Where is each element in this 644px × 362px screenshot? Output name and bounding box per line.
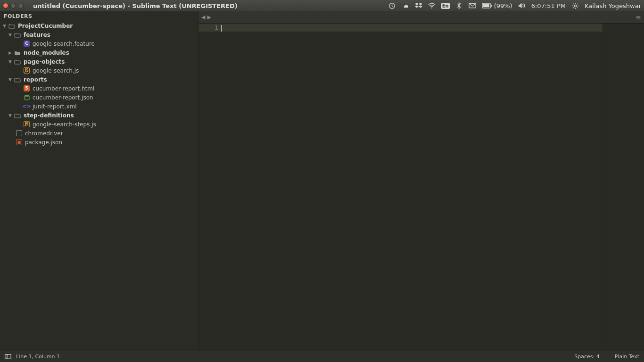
svg-rect-4 [483, 4, 489, 7]
code-area[interactable]: 1 [198, 24, 644, 351]
tree-label: cucumber-report.json [33, 94, 93, 101]
tab-menu-icon[interactable]: ≡ [636, 14, 641, 21]
window-controls [3, 3, 24, 8]
keyboard-layout-indicator[interactable]: En [441, 3, 450, 9]
window-title: untitled (Cucumber-space) - Sublime Text… [33, 2, 238, 9]
close-window-button[interactable] [3, 3, 8, 8]
editor-pane: ◀ ▶ ≡ 1 [198, 11, 644, 351]
tree-label: google-search-steps.js [33, 121, 96, 128]
bluetooth-icon[interactable] [455, 2, 463, 9]
clock-time[interactable]: 6:07:51 PM [531, 2, 566, 9]
title-bar: untitled (Cucumber-space) - Sublime Text… [0, 0, 644, 11]
tree-label: google-search.feature [33, 41, 95, 47]
volume-icon[interactable] [518, 2, 526, 9]
tree-folder-step-definitions[interactable]: ▼ step-definitions [0, 111, 198, 120]
tree-label: cucumber-report.html [33, 85, 94, 92]
mail-icon[interactable] [469, 2, 476, 9]
tree-file-html[interactable]: 5 cucumber-report.html [0, 84, 198, 93]
weather-icon[interactable] [402, 2, 409, 9]
folder-open-icon [8, 24, 15, 28]
tree-folder-features[interactable]: ▼ features [0, 30, 198, 39]
tree-file-feature[interactable]: C google-search.feature [0, 39, 198, 48]
folder-open-icon [14, 77, 21, 82]
tree-label: ProjectCucumber [18, 23, 73, 29]
code-text[interactable] [221, 24, 603, 351]
chevron-right-icon: ▶ [8, 50, 13, 55]
folder-open-icon [14, 113, 21, 118]
tree-label: google-search.js [33, 67, 79, 74]
cucumber-file-icon: C [24, 41, 30, 47]
tree-file-xml[interactable]: <> junit-report.xml [0, 102, 198, 111]
svg-point-1 [431, 7, 432, 8]
user-name[interactable]: Kailash Yogeshwar [585, 2, 641, 9]
tree-folder-page-objects[interactable]: ▼ page-objects [0, 57, 198, 66]
xml-file-icon: <> [24, 103, 30, 109]
nav-forward-icon[interactable]: ▶ [207, 14, 211, 20]
tree-label: features [24, 32, 50, 38]
tree-file-js[interactable]: JS google-search.js [0, 66, 198, 75]
chevron-down-icon: ▼ [8, 113, 13, 118]
sidebar-header: FOLDERS [0, 11, 198, 20]
svg-rect-8 [5, 354, 11, 359]
folder-icon [14, 50, 21, 55]
status-position[interactable]: Line 1, Column 1 [16, 354, 60, 360]
settings-gear-icon[interactable] [571, 2, 579, 9]
wifi-icon[interactable] [428, 2, 436, 9]
folder-open-icon [14, 33, 21, 37]
tab-strip: ◀ ▶ ≡ [198, 11, 644, 24]
clock-icon[interactable] [388, 2, 396, 9]
minimap[interactable] [603, 24, 644, 351]
tree-folder-project[interactable]: ▼ ProjectCucumber [0, 21, 198, 30]
svg-point-7 [25, 95, 29, 97]
status-indent[interactable]: Spaces: 4 [574, 354, 599, 360]
main-window: FOLDERS ▼ ProjectCucumber ▼ features C g… [0, 11, 644, 351]
maximize-window-button[interactable] [18, 3, 24, 8]
battery-indicator[interactable]: (99%) [482, 2, 512, 9]
tree-label: node_modules [24, 49, 69, 56]
html-file-icon: 5 [24, 85, 30, 91]
minimize-window-button[interactable] [10, 3, 16, 8]
tree-label: package.json [25, 139, 62, 146]
chevron-down-icon: ▼ [8, 77, 13, 82]
tree-file-package-json[interactable]: ■ package.json [0, 138, 198, 147]
js-file-icon: JS [24, 121, 30, 127]
folder-tree: ▼ ProjectCucumber ▼ features C google-se… [0, 20, 198, 148]
tree-label: chromedriver [25, 130, 63, 137]
tree-file-js[interactable]: JS google-search-steps.js [0, 120, 198, 129]
chevron-down-icon: ▼ [8, 33, 13, 37]
json-file-icon [24, 94, 30, 100]
chevron-down-icon: ▼ [3, 24, 8, 28]
tree-folder-node-modules[interactable]: ▶ node_modules [0, 48, 198, 57]
panel-switcher-icon[interactable] [5, 354, 11, 359]
system-tray: En (99%) 6:07:51 PM Kailash Yogeshwar [388, 2, 641, 9]
battery-percent: (99%) [494, 2, 512, 9]
status-bar: Line 1, Column 1 Spaces: 4 Plain Text [0, 351, 644, 362]
dropbox-icon[interactable] [415, 2, 422, 9]
svg-point-6 [574, 5, 576, 7]
status-syntax[interactable]: Plain Text [615, 354, 639, 360]
nav-back-icon[interactable]: ◀ [201, 14, 205, 20]
js-file-icon: JS [24, 67, 30, 74]
tree-file-chromedriver[interactable]: chromedriver [0, 129, 198, 138]
tree-label: page-objects [24, 58, 65, 65]
sidebar: FOLDERS ▼ ProjectCucumber ▼ features C g… [0, 11, 198, 351]
text-cursor [221, 25, 222, 32]
folder-open-icon [14, 59, 21, 64]
tree-folder-reports[interactable]: ▼ reports [0, 75, 198, 84]
generic-file-icon [16, 130, 22, 136]
tree-file-json[interactable]: cucumber-report.json [0, 93, 198, 102]
line-number: 1 [215, 25, 218, 31]
svg-rect-5 [491, 5, 492, 7]
chevron-down-icon: ▼ [8, 59, 13, 64]
line-gutter: 1 [198, 24, 221, 351]
tree-label: step-definitions [24, 112, 74, 119]
tree-label: reports [24, 76, 47, 83]
tree-label: junit-report.xml [33, 103, 77, 110]
npm-file-icon: ■ [16, 139, 22, 145]
